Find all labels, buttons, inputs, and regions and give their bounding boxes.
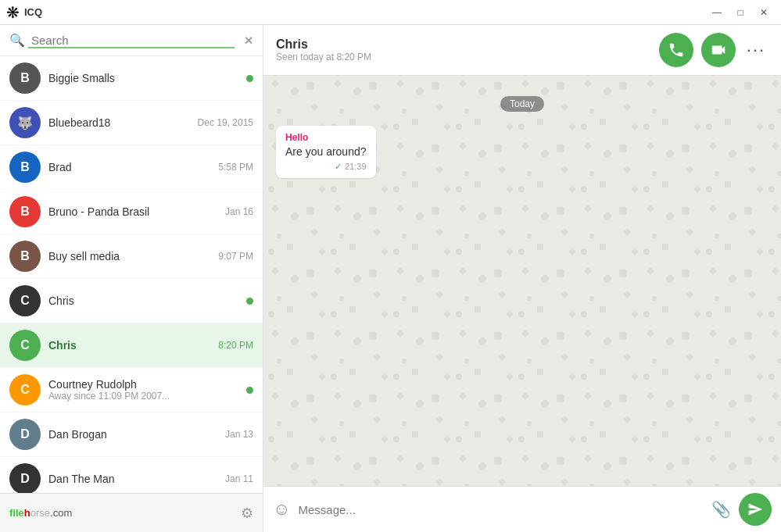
avatar: B	[9, 62, 41, 94]
search-underline	[28, 47, 235, 48]
contact-meta: Dec 19, 2015	[198, 117, 253, 128]
contact-meta	[246, 75, 253, 82]
contact-meta: 8:20 PM	[218, 340, 253, 351]
window-controls: — □ ✕	[706, 4, 775, 21]
contact-meta: 5:58 PM	[218, 162, 253, 173]
video-call-button[interactable]	[701, 33, 736, 67]
message-text: Are you around?	[285, 145, 367, 160]
avatar: D	[9, 463, 41, 493]
contact-item[interactable]: BBrad5:58 PM	[0, 145, 263, 190]
contact-time: 5:58 PM	[218, 162, 253, 173]
contact-time: 8:20 PM	[218, 340, 253, 351]
search-bar: 🔍 ✕	[0, 25, 263, 56]
contact-item[interactable]: BBruno - Panda BrasilJan 16	[0, 190, 263, 234]
emoji-button[interactable]: ☺	[273, 499, 290, 520]
contact-info: Brad	[48, 161, 218, 173]
contact-info: Chris	[48, 295, 246, 307]
contact-name: Chris	[48, 295, 246, 307]
contact-meta: Jan 16	[225, 206, 253, 217]
contact-time: 9:07 PM	[218, 251, 253, 262]
phone-icon	[668, 41, 685, 59]
date-separator: Today	[276, 96, 768, 112]
messages-container: Today Hello Are you around? ✓ 21:39	[276, 88, 768, 178]
avatar: C	[9, 330, 41, 361]
contact-info: Biggie Smalls	[48, 72, 246, 84]
avatar: C	[9, 285, 41, 316]
contact-item[interactable]: BBiggie Smalls	[0, 56, 263, 101]
contact-item[interactable]: CCourtney RudolphAway since 11:09 PM 200…	[0, 368, 263, 412]
contact-info: Buy sell media	[48, 250, 218, 262]
contact-meta: Jan 11	[225, 473, 253, 484]
sidebar-bottom: filehorse.com ⚙	[0, 493, 263, 532]
contact-list[interactable]: BBiggie Smalls🐺Bluebeard18Dec 19, 2015BB…	[0, 56, 263, 493]
settings-icon[interactable]: ⚙	[241, 505, 253, 522]
chat-header-info: Chris Seen today at 8:20 PM	[276, 37, 371, 62]
contact-info: Bluebeard18	[48, 116, 198, 129]
chat-messages[interactable]: Today Hello Are you around? ✓ 21:39	[263, 76, 781, 486]
contact-meta: 9:07 PM	[218, 251, 253, 262]
avatar: 🐺	[9, 107, 41, 138]
message-time: 21:39	[345, 162, 367, 171]
contact-info: Dan Brogan	[48, 428, 225, 441]
contact-info: Courtney RudolphAway since 11:09 PM 2007…	[48, 378, 246, 402]
icq-logo-icon: ❋	[6, 3, 20, 22]
close-button[interactable]: ✕	[753, 4, 775, 21]
contact-info: Dan The Man	[48, 473, 225, 485]
app-title: ICQ	[24, 6, 42, 18]
contact-name: Dan The Man	[48, 473, 225, 485]
titlebar-left: ❋ ICQ	[6, 3, 42, 22]
online-dot	[246, 387, 253, 394]
message-input[interactable]	[298, 498, 704, 521]
send-button[interactable]	[739, 493, 772, 526]
contact-meta	[246, 387, 253, 394]
contact-name: Biggie Smalls	[48, 72, 246, 84]
contact-item[interactable]: DDan BroganJan 13	[0, 412, 263, 457]
contact-time: Jan 16	[225, 206, 253, 217]
chat-contact-name: Chris	[276, 37, 371, 52]
contact-name: Bluebeard18	[48, 116, 198, 129]
contact-name: Courtney Rudolph	[48, 378, 246, 391]
search-icon: 🔍	[9, 33, 25, 48]
search-clear-button[interactable]: ✕	[244, 34, 253, 47]
contact-name: Chris	[48, 339, 218, 352]
avatar: D	[9, 419, 41, 450]
message-time-row: ✓ 21:39	[285, 162, 367, 172]
contact-time: Jan 11	[225, 473, 253, 484]
contact-meta	[246, 298, 253, 305]
contact-item[interactable]: CChris8:20 PM	[0, 323, 263, 368]
contact-item[interactable]: BBuy sell media9:07 PM	[0, 234, 263, 279]
message-check-icon: ✓	[335, 162, 342, 172]
maximize-button[interactable]: □	[729, 4, 751, 21]
contact-item[interactable]: CChris	[0, 279, 263, 323]
chat-area: Chris Seen today at 8:20 PM ···	[263, 25, 781, 532]
sidebar: 🔍 ✕ BBiggie Smalls🐺Bluebeard18Dec 19, 20…	[0, 25, 263, 532]
contact-time: Dec 19, 2015	[198, 117, 253, 128]
contact-preview: Away since 11:09 PM 2007...	[48, 391, 246, 402]
message-sender-name: Hello	[285, 132, 367, 143]
contact-info: Bruno - Panda Brasil	[48, 205, 225, 218]
chat-actions: ···	[659, 33, 768, 67]
main-layout: 🔍 ✕ BBiggie Smalls🐺Bluebeard18Dec 19, 20…	[0, 25, 781, 532]
avatar: C	[9, 374, 41, 405]
search-input[interactable]	[31, 34, 238, 47]
chat-status: Seen today at 8:20 PM	[276, 52, 371, 62]
message-bubble-received: Hello Are you around? ✓ 21:39	[276, 126, 376, 178]
date-badge: Today	[500, 96, 544, 112]
titlebar: ❋ ICQ — □ ✕	[0, 0, 781, 25]
contact-time: Jan 13	[225, 429, 253, 440]
contact-meta: Jan 13	[225, 429, 253, 440]
contact-name: Bruno - Panda Brasil	[48, 205, 225, 218]
online-dot	[246, 298, 253, 305]
attach-button[interactable]: 📎	[711, 500, 731, 519]
voice-call-button[interactable]	[659, 33, 693, 67]
contact-item[interactable]: 🐺Bluebeard18Dec 19, 2015	[0, 101, 263, 145]
minimize-button[interactable]: —	[706, 4, 728, 21]
contact-info: Chris	[48, 339, 218, 352]
avatar: B	[9, 196, 41, 227]
contact-name: Buy sell media	[48, 250, 218, 262]
video-icon	[710, 41, 727, 59]
avatar: B	[9, 152, 41, 183]
contact-name: Brad	[48, 161, 218, 173]
more-options-button[interactable]: ···	[743, 37, 768, 62]
contact-item[interactable]: DDan The ManJan 11	[0, 457, 263, 493]
